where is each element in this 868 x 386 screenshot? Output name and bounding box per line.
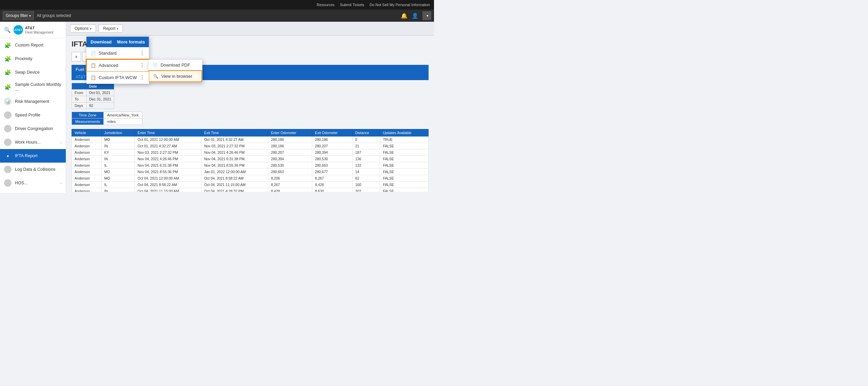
- sidebar-label-work-hours: Work Hours...: [15, 140, 41, 145]
- sidebar-item-risk-management[interactable]: 📊 Risk Management: [0, 95, 66, 108]
- submenu-item-download-pdf[interactable]: 📄 Download PDF: [149, 60, 202, 70]
- advanced-label: Advanced: [99, 63, 118, 68]
- table-row: AndersonILNov 04, 2021 6:31:38 PMNov 04,…: [72, 162, 429, 169]
- circle-icon-driver: [4, 125, 12, 132]
- sidebar-item-custom-report[interactable]: 🧩 Custom Report: [0, 38, 66, 52]
- sidebar-label-proximity: Proximity: [15, 56, 32, 61]
- param-table: Time Zone America/New_York Measurements …: [72, 112, 142, 125]
- sidebar-item-log-data[interactable]: Log Data & Collisions: [0, 163, 66, 176]
- table-cell-4-2: Nov 04, 2021 6:31:38 PM: [135, 162, 201, 169]
- resources-link[interactable]: Resources: [317, 3, 335, 7]
- options-button[interactable]: Options ▾: [70, 24, 96, 33]
- puzzle-icon-4: 🧩: [4, 83, 12, 91]
- sidebar-label-hos: HOS...: [15, 181, 28, 185]
- dropdown-item-custom-ifta[interactable]: 📋 Custom IFTA WCW ⋮: [86, 72, 149, 84]
- table-cell-6-7: FALSE: [380, 175, 429, 182]
- date-header-cell: Date: [72, 83, 114, 90]
- table-cell-1-2: Oct 01, 2021 4:32:27 AM: [135, 143, 201, 149]
- download-pdf-label: Download PDF: [160, 62, 190, 68]
- dropdown-menu-header: Download More formats: [86, 37, 149, 47]
- to-value: Dec 31, 2021: [86, 96, 114, 103]
- dropdown-overlay: Download More formats 📄 Standard ⋮ 📋 Adv…: [86, 37, 149, 84]
- timezone-value: America/New_York: [103, 112, 142, 118]
- sidebar-search-icon[interactable]: 🔍: [4, 27, 11, 33]
- measurements-label: Measurements: [72, 118, 104, 125]
- sidebar-header: 🔍 AT&T AT&T Fleet Management: [0, 22, 66, 38]
- to-label: To: [72, 96, 86, 103]
- do-not-sell-link[interactable]: Do Not Sell My Personal Information: [370, 3, 430, 7]
- sidebar-item-work-hours[interactable]: Work Hours... ›: [0, 135, 66, 149]
- pdf-icon: 📄: [153, 63, 158, 68]
- sidebar-item-driver-congregation[interactable]: Driver Congregation: [0, 122, 66, 135]
- table-cell-7-5: 8,428: [312, 182, 352, 188]
- custom-ifta-dots-icon[interactable]: ⋮: [139, 74, 145, 81]
- circle-icon-work: [4, 139, 12, 146]
- download-tab[interactable]: Download: [91, 39, 112, 44]
- col-header-enter-odometer: Enter Odometer: [268, 129, 312, 136]
- sidebar-item-proximity[interactable]: 🧩 Proximity: [0, 52, 66, 66]
- groups-filter-button[interactable]: Groups filter ▾: [3, 11, 34, 20]
- table-row: AndersonMOOct 04, 2021 12:00:00 AMOct 04…: [72, 175, 429, 182]
- col-header-vehicle: Vehicle: [72, 129, 102, 136]
- dropdown-item-advanced[interactable]: 📋 Advanced ⋮ 📄 Download PDF 🔍 View in br…: [86, 59, 149, 72]
- submit-tickets-link[interactable]: Submit Tickets: [340, 3, 364, 7]
- table-cell-1-6: 21: [352, 143, 380, 149]
- table-cell-8-7: FALSE: [380, 188, 429, 192]
- table-cell-7-7: FALSE: [380, 182, 429, 188]
- sidebar-label-custom-report: Custom Report: [15, 43, 43, 48]
- table-cell-0-2: Oct 01, 2021 12:00:00 AM: [135, 136, 201, 143]
- table-cell-5-0: Anderson: [72, 169, 102, 175]
- table-cell-5-3: Jan 01, 2022 12:00:00 AM: [201, 169, 268, 175]
- advanced-dots-icon[interactable]: ⋮: [139, 62, 145, 69]
- sidebar-label-sample-custom-monthly: Sample Custom Monthly ...: [15, 82, 62, 92]
- report-button[interactable]: Report ▾: [99, 24, 123, 33]
- timezone-label: Time Zone: [72, 112, 104, 118]
- table-row: AndersonINOct 01, 2021 4:32:27 AMNov 03,…: [72, 143, 429, 149]
- table-cell-1-3: Nov 03, 2021 2:27:32 PM: [201, 143, 268, 149]
- chart-icon: 📊: [4, 98, 12, 105]
- table-cell-4-4: 280,530: [268, 162, 312, 169]
- table-cell-3-1: IN: [101, 156, 135, 162]
- table-cell-7-1: IL: [101, 182, 135, 188]
- more-formats-tab[interactable]: More formats: [117, 39, 145, 44]
- days-label: Days: [72, 103, 86, 109]
- sidebar-item-sample-custom-monthly[interactable]: 🧩 Sample Custom Monthly ...: [0, 79, 66, 95]
- table-cell-7-6: 160: [352, 182, 380, 188]
- dropdown-item-standard[interactable]: 📄 Standard ⋮: [86, 47, 149, 59]
- sidebar-label-log-data: Log Data & Collisions: [15, 167, 56, 172]
- days-value: 92: [86, 103, 114, 109]
- table-cell-8-5: 8,630: [312, 188, 352, 192]
- user-menu[interactable]: ▾: [422, 11, 431, 20]
- sidebar-item-speed-profile[interactable]: Speed Profile: [0, 108, 66, 122]
- sidebar-label-ifta-report: IFTA Report: [15, 153, 37, 158]
- work-hours-arrow: ›: [60, 140, 62, 144]
- circle-icon-log: [4, 166, 12, 173]
- view-browser-label: View in browser: [161, 74, 192, 79]
- sidebar-item-swap-device[interactable]: 🧩 Swap Device: [0, 66, 66, 79]
- table-row: AndersonINOct 04, 2021 11:15:00 AMOct 04…: [72, 188, 429, 192]
- table-cell-6-0: Anderson: [72, 175, 102, 182]
- submenu: 📄 Download PDF 🔍 View in browser: [148, 59, 202, 82]
- table-cell-6-3: Oct 04, 2021 8:58:22 AM: [201, 175, 268, 182]
- add-button[interactable]: +: [72, 52, 81, 61]
- puzzle-icon: 🧩: [4, 41, 12, 49]
- top-navigation: Resources Submit Tickets Do Not Sell My …: [0, 0, 434, 10]
- sidebar-item-ifta-report[interactable]: ● IFTA Report: [0, 149, 66, 163]
- sidebar-scroll: 🧩 Custom Report 🧩 Proximity 🧩 Swap Devic…: [0, 38, 66, 193]
- sidebar-item-hos[interactable]: HOS... ›: [0, 176, 66, 190]
- submenu-item-view-browser[interactable]: 🔍 View in browser: [149, 70, 202, 82]
- standard-label: Standard: [99, 51, 117, 56]
- user-avatar-icon[interactable]: 👤: [412, 13, 418, 19]
- groups-filter-label: Groups filter: [6, 13, 28, 18]
- from-label: From: [72, 90, 86, 96]
- table-cell-7-3: Oct 04, 2021 11:15:00 AM: [201, 182, 268, 188]
- sidebar: 🔍 AT&T AT&T Fleet Management 🧩 Custom Re…: [0, 22, 66, 193]
- table-cell-0-4: 280,186: [268, 136, 312, 143]
- notification-bell-icon[interactable]: 🔔: [401, 13, 408, 19]
- table-cell-3-0: Anderson: [72, 156, 102, 162]
- table-cell-3-5: 280,530: [312, 156, 352, 162]
- standard-dots-icon[interactable]: ⋮: [139, 50, 145, 56]
- table-cell-5-6: 14: [352, 169, 380, 175]
- sidebar-label-driver-congregation: Driver Congregation: [15, 126, 53, 131]
- options-chevron: ▾: [90, 27, 92, 31]
